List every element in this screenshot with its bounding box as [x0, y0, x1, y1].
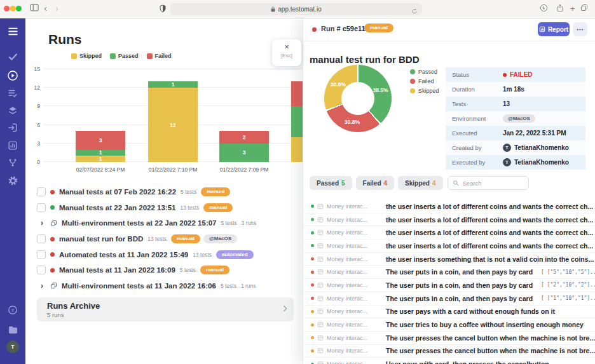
minimize-window-button[interactable]: [10, 6, 16, 11]
play-circle-icon[interactable]: [0, 67, 25, 84]
more-actions-button[interactable]: ⋯: [573, 22, 587, 36]
result-filters: Passed 5 Failed 4 Skipped 4: [310, 176, 529, 190]
test-row[interactable]: Money interac... The user puts in a coin…: [303, 266, 595, 279]
run-row[interactable]: manual test run for BDD 13 tests manual@…: [25, 231, 303, 247]
run-status-dot: [312, 27, 317, 32]
test-row[interactable]: Money interac... the user inserts a lot …: [303, 213, 595, 227]
filter-button[interactable]: Passed 5: [310, 176, 352, 190]
expand-chevron-icon[interactable]: ›: [41, 219, 46, 227]
run-title[interactable]: Multi-environment tests at 11 Jan 2022 1…: [62, 282, 216, 290]
run-title[interactable]: manual test run for BDD: [59, 235, 143, 243]
run-row[interactable]: Manual tests at 22 Jan 2022 13:51 13 tes…: [25, 200, 303, 216]
run-title[interactable]: Manual tests at 07 Feb 2022 16:22: [59, 188, 176, 196]
donut-legend-item: Passed: [410, 69, 439, 75]
report-chart-icon[interactable]: [0, 137, 25, 154]
run-row[interactable]: Manual tests at 07 Feb 2022 16:22 5 test…: [25, 184, 303, 200]
multi-run-icon: [50, 220, 57, 227]
suite-icon: [317, 361, 324, 364]
refresh-icon[interactable]: [411, 6, 418, 17]
test-row[interactable]: Money interac... the user inserts a lot …: [303, 200, 595, 213]
test-title[interactable]: the user inserts a lot of different coin…: [386, 242, 593, 250]
test-title[interactable]: User pays with card, then presses the ca…: [386, 360, 549, 364]
sidebar-toggle-icon[interactable]: [30, 4, 39, 11]
test-title[interactable]: The user presses the cancel button when …: [386, 334, 595, 342]
forward-button[interactable]: ›: [55, 2, 58, 15]
legend-label: Skipped: [79, 53, 102, 59]
privacy-shield-icon[interactable]: [159, 4, 167, 13]
test-row[interactable]: Money interac... The user pays with a ca…: [303, 306, 595, 319]
back-button[interactable]: ‹: [44, 2, 47, 15]
filter-button[interactable]: Skipped 4: [398, 176, 442, 190]
status-row-text: 1m 18s: [503, 86, 524, 93]
test-title[interactable]: The user puts in a coin, and then pays b…: [386, 295, 533, 302]
import-icon[interactable]: [0, 119, 25, 136]
run-tests-count: 13 tests: [147, 236, 167, 242]
report-label: Report: [548, 26, 568, 33]
test-status-dot: [311, 297, 314, 300]
filter-label: Passed: [317, 180, 339, 187]
run-checkbox[interactable]: [37, 250, 46, 259]
close-icon[interactable]: ×: [272, 43, 301, 51]
settings-gear-icon[interactable]: [0, 172, 25, 189]
test-title[interactable]: The user presses the cancel button when …: [386, 347, 595, 354]
share-icon[interactable]: [556, 4, 564, 12]
run-row[interactable]: › Multi-environment tests at 11 Jan 2022…: [25, 278, 303, 294]
menu-icon[interactable]: [0, 23, 25, 39]
search-box[interactable]: [448, 176, 529, 190]
y-tick-label: 6: [25, 122, 40, 128]
test-row[interactable]: Money interac... the user inserts someth…: [303, 253, 595, 266]
runs-archive-row[interactable]: Runs Archive 5 runs ›: [37, 297, 294, 321]
test-title[interactable]: the user inserts a lot of different coin…: [386, 216, 593, 224]
run-row[interactable]: Manual tests at 11 Jan 2022 16:09 5 test…: [25, 262, 303, 278]
fullscreen-window-button[interactable]: [16, 6, 22, 11]
report-button[interactable]: Report: [538, 22, 570, 36]
test-row[interactable]: Money interac... The user puts in a coin…: [303, 279, 595, 292]
search-input[interactable]: [462, 179, 515, 187]
test-row[interactable]: Money interac... The user presses the ca…: [303, 345, 595, 358]
test-row[interactable]: Money interac... The user puts in a coin…: [303, 292, 595, 306]
tab-overview-icon[interactable]: [580, 4, 588, 11]
help-icon[interactable]: ?: [0, 302, 25, 318]
test-title[interactable]: the user inserts a lot of different coin…: [386, 229, 593, 236]
run-badges: manual: [203, 203, 233, 212]
y-tick-label: 0: [25, 159, 40, 165]
environment-badge: @MacOS: [503, 114, 535, 123]
run-badges: manual@MacOS: [171, 234, 237, 243]
test-title[interactable]: The user tries to buy a coffee without i…: [386, 321, 584, 328]
layers-icon[interactable]: [0, 102, 25, 119]
test-title[interactable]: The user puts in a coin, and then pays b…: [386, 268, 533, 276]
new-tab-icon[interactable]: +: [570, 3, 575, 15]
run-title[interactable]: Manual tests at 22 Jan 2022 13:51: [59, 204, 175, 212]
test-title[interactable]: the user inserts something that is not a…: [386, 255, 594, 263]
filter-button[interactable]: Failed 4: [356, 176, 394, 190]
run-checkbox[interactable]: [37, 203, 46, 212]
test-title[interactable]: The user puts in a coin, and then pays b…: [386, 281, 533, 289]
run-title[interactable]: Multi-environment tests at 22 Jan 2022 1…: [62, 219, 217, 227]
test-row[interactable]: Money interac... The user presses the ca…: [303, 332, 595, 345]
projects-folder-icon[interactable]: [0, 321, 25, 338]
address-bar[interactable]: app.testomat.io: [170, 3, 422, 15]
close-drawer-button[interactable]: × [Esc]: [272, 39, 301, 66]
test-row[interactable]: Money interac... The user tries to buy a…: [303, 318, 595, 332]
test-title[interactable]: The user pays with a card without enough…: [386, 307, 555, 315]
test-row[interactable]: Money interac... User pays with card, th…: [303, 358, 595, 364]
status-table-row: Executed Jan 22, 2022 5:31 PM: [446, 126, 585, 140]
list-check-icon[interactable]: [0, 85, 25, 102]
test-row[interactable]: Money interac... the user inserts a lot …: [303, 239, 595, 253]
check-icon[interactable]: [0, 48, 25, 65]
run-checkbox[interactable]: [37, 266, 46, 274]
expand-chevron-icon[interactable]: ›: [41, 282, 46, 290]
run-row[interactable]: Automated tests at 11 Jan 2022 15:49 13 …: [25, 246, 303, 262]
test-row[interactable]: Money interac... the user inserts a lot …: [303, 226, 595, 239]
run-checkbox[interactable]: [37, 234, 46, 243]
close-window-button[interactable]: [4, 6, 10, 11]
branch-icon[interactable]: [0, 154, 25, 171]
test-title[interactable]: the user inserts a lot of different coin…: [386, 203, 593, 210]
failed-dot: [503, 73, 507, 77]
run-title[interactable]: Automated tests at 11 Jan 2022 15:49: [59, 251, 188, 259]
user-avatar[interactable]: T: [6, 340, 19, 353]
run-row[interactable]: › Multi-environment tests at 22 Jan 2022…: [25, 215, 303, 231]
run-checkbox[interactable]: [37, 187, 46, 196]
run-title[interactable]: Manual tests at 11 Jan 2022 16:09: [59, 266, 175, 274]
downloads-icon[interactable]: [540, 4, 548, 12]
